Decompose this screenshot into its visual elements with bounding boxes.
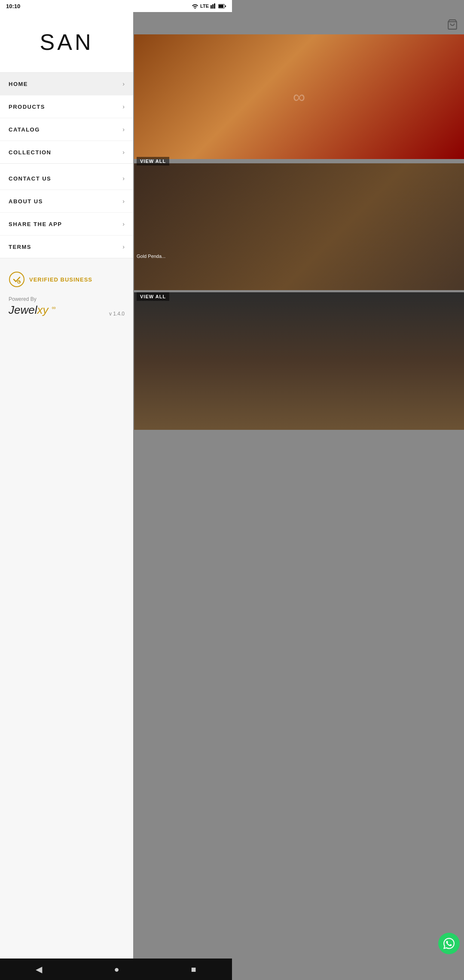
primary-nav: HOME › PRODUCTS › CATALOG › COLLECTION › <box>0 73 133 164</box>
chevron-right-icon: › <box>122 80 125 87</box>
jewelxy-logo: Jewelxy ∞ <box>9 303 56 317</box>
chevron-right-icon: › <box>122 103 125 110</box>
product-label: Gold Penda... <box>137 254 165 259</box>
version-label: v 1.4.0 <box>109 311 125 317</box>
svg-rect-2 <box>212 4 214 9</box>
secondary-nav: CONTACT US › ABOUT US › SHARE THE APP › … <box>0 167 133 258</box>
view-all-button-1[interactable]: VIEW ALL <box>137 157 169 165</box>
svg-rect-5 <box>219 5 223 8</box>
status-time: 10:10 <box>6 3 20 9</box>
nav-item-contact-us[interactable]: CONTACT US › <box>0 167 133 190</box>
nav-item-collection[interactable]: COLLECTION › <box>0 141 133 163</box>
nav-item-home[interactable]: HOME › <box>0 73 133 95</box>
nav-item-products[interactable]: PRODUCTS › <box>0 95 133 118</box>
view-all-button-2[interactable]: VIEW ALL <box>137 292 169 301</box>
nav-item-terms[interactable]: TERMS › <box>0 236 133 258</box>
svg-rect-1 <box>211 5 212 9</box>
logo-area: SAN <box>0 12 133 73</box>
svg-rect-6 <box>225 5 226 7</box>
chevron-right-icon: › <box>122 220 125 227</box>
chevron-right-icon: › <box>122 175 125 182</box>
svg-point-0 <box>195 8 196 9</box>
brand-logo: SAN <box>40 29 94 55</box>
nav-item-about-us[interactable]: ABOUT US › <box>0 190 133 213</box>
bg-jewelry-image <box>134 163 232 290</box>
chevron-right-icon: › <box>122 149 125 156</box>
powered-by-section: Powered By Jewelxy ∞ v 1.4.0 <box>9 296 125 317</box>
cart-area <box>133 12 232 38</box>
chevron-right-icon: › <box>122 198 125 205</box>
verified-badge: VERIFIED BUSINESS <box>9 271 125 288</box>
svg-point-8 <box>9 272 24 287</box>
chevron-right-icon: › <box>122 126 125 133</box>
verified-icon <box>9 271 25 288</box>
powered-by-label: Powered By <box>9 296 125 302</box>
signal-text: LTE <box>200 3 209 9</box>
nav-item-share-app[interactable]: SHARE THE APP › <box>0 213 133 236</box>
status-bar: 10:10 LTE <box>0 0 232 12</box>
status-icons: LTE <box>192 3 226 9</box>
verified-label: VERIFIED BUSINESS <box>29 276 92 283</box>
drawer-footer: VERIFIED BUSINESS Powered By Jewelxy ∞ v… <box>0 258 133 490</box>
nav-item-catalog[interactable]: CATALOG › <box>0 118 133 141</box>
chevron-right-icon: › <box>122 243 125 250</box>
bg-necklace-image <box>134 292 232 430</box>
bg-hero-image: ∞ <box>134 34 232 159</box>
svg-rect-3 <box>214 3 215 9</box>
drawer: SAN HOME › PRODUCTS › CATALOG › COLLECTI… <box>0 12 133 490</box>
